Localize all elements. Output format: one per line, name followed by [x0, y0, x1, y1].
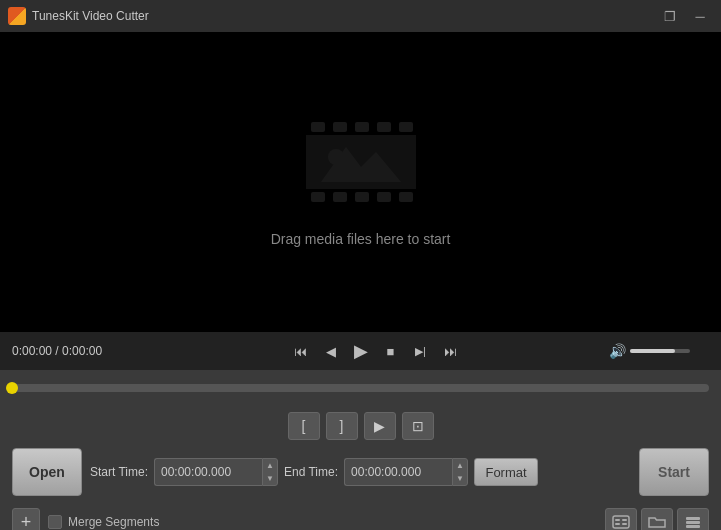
- svg-rect-15: [615, 519, 620, 521]
- svg-point-13: [328, 149, 344, 165]
- start-time-up[interactable]: ▲: [263, 459, 277, 472]
- svg-rect-21: [686, 525, 700, 528]
- svg-rect-10: [399, 192, 413, 202]
- window-controls: ❐ ─: [657, 6, 713, 26]
- svg-rect-2: [333, 122, 347, 132]
- start-time-down[interactable]: ▼: [263, 472, 277, 485]
- start-time-label: Start Time:: [90, 465, 148, 479]
- start-time-group: ▲ ▼: [154, 458, 278, 486]
- end-time-label: End Time:: [284, 465, 338, 479]
- minimize-button[interactable]: ─: [687, 6, 713, 26]
- list-icon: [685, 515, 701, 529]
- merge-segments-label: Merge Segments: [68, 515, 159, 529]
- playback-buttons: ⏮ ◀ ▶ ■ ▶| ⏭: [142, 337, 609, 365]
- skip-back-button[interactable]: ⏮: [287, 337, 315, 365]
- cut-button[interactable]: ⊡: [402, 412, 434, 440]
- svg-rect-8: [355, 192, 369, 202]
- right-buttons: [605, 508, 709, 530]
- timeline-thumb[interactable]: [6, 382, 18, 394]
- list-button[interactable]: [677, 508, 709, 530]
- svg-rect-3: [355, 122, 369, 132]
- main-controls-row: Open Start Time: ▲ ▼ End Time: ▲ ▼ Forma…: [12, 448, 709, 496]
- volume-control: 🔊: [609, 343, 709, 359]
- titlebar: TunesKit Video Cutter ❐ ─: [0, 0, 721, 32]
- svg-rect-17: [615, 523, 620, 525]
- next-frame-button[interactable]: ▶|: [407, 337, 435, 365]
- bottom-toolbar: [ ] ▶ ⊡ Open Start Time: ▲ ▼ End Time: ▲…: [0, 406, 721, 518]
- merge-segments-checkbox[interactable]: [48, 515, 62, 529]
- open-button[interactable]: Open: [12, 448, 82, 496]
- end-time-input[interactable]: [344, 458, 452, 486]
- preview-button[interactable]: ▶: [364, 412, 396, 440]
- svg-rect-20: [686, 521, 700, 524]
- captions-button[interactable]: [605, 508, 637, 530]
- playback-controls-bar: 0:00:00 / 0:00:00 ⏮ ◀ ▶ ■ ▶| ⏭ 🔊: [0, 332, 721, 370]
- end-time-group: ▲ ▼: [344, 458, 468, 486]
- end-time-down[interactable]: ▼: [453, 472, 467, 485]
- svg-rect-14: [613, 516, 629, 528]
- time-fields: Start Time: ▲ ▼ End Time: ▲ ▼ Format: [90, 458, 631, 486]
- folder-icon: [648, 515, 666, 529]
- svg-rect-18: [622, 523, 627, 525]
- end-time-spinner[interactable]: ▲ ▼: [452, 458, 468, 486]
- video-preview-area: Drag media files here to start: [0, 32, 721, 332]
- svg-rect-5: [399, 122, 413, 132]
- stop-button[interactable]: ■: [377, 337, 405, 365]
- app-title: TunesKit Video Cutter: [32, 9, 651, 23]
- captions-icon: [612, 515, 630, 529]
- format-button[interactable]: Format: [474, 458, 538, 486]
- play-button[interactable]: ▶: [347, 337, 375, 365]
- mark-end-button[interactable]: ]: [326, 412, 358, 440]
- film-placeholder-icon: [306, 117, 416, 207]
- svg-rect-4: [377, 122, 391, 132]
- svg-rect-9: [377, 192, 391, 202]
- volume-icon: 🔊: [609, 343, 626, 359]
- skip-forward-button[interactable]: ⏭: [437, 337, 465, 365]
- time-display: 0:00:00 / 0:00:00: [12, 344, 142, 358]
- prev-frame-button[interactable]: ◀: [317, 337, 345, 365]
- svg-rect-16: [622, 519, 627, 521]
- bottom-row: + Merge Segments: [12, 504, 709, 530]
- merge-checkbox-area: Merge Segments: [48, 515, 597, 529]
- drag-prompt-text: Drag media files here to start: [271, 231, 451, 247]
- svg-rect-6: [311, 192, 325, 202]
- add-segment-button[interactable]: +: [12, 508, 40, 530]
- svg-rect-19: [686, 517, 700, 520]
- editing-controls-row: [ ] ▶ ⊡: [12, 412, 709, 440]
- volume-fill: [630, 349, 675, 353]
- volume-bar[interactable]: [630, 349, 690, 353]
- timeline-area[interactable]: [0, 370, 721, 406]
- start-time-input[interactable]: [154, 458, 262, 486]
- mark-start-button[interactable]: [: [288, 412, 320, 440]
- svg-rect-7: [333, 192, 347, 202]
- restore-button[interactable]: ❐: [657, 6, 683, 26]
- end-time-up[interactable]: ▲: [453, 459, 467, 472]
- app-icon: [8, 7, 26, 25]
- start-button[interactable]: Start: [639, 448, 709, 496]
- svg-rect-1: [311, 122, 325, 132]
- start-time-spinner[interactable]: ▲ ▼: [262, 458, 278, 486]
- folder-button[interactable]: [641, 508, 673, 530]
- timeline-track[interactable]: [12, 384, 709, 392]
